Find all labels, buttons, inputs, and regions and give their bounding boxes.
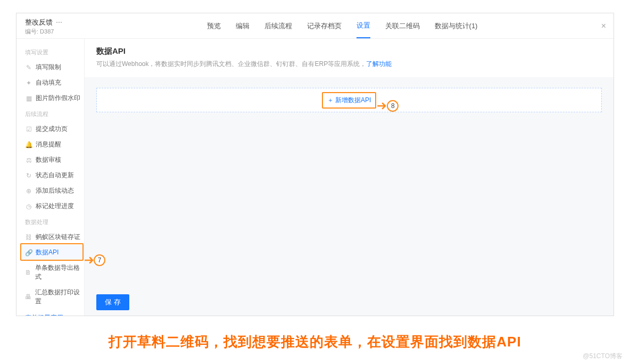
add-api-dropzone[interactable]: ＋ 新增数据API (96, 88, 602, 112)
more-icon[interactable]: ⋯ (56, 19, 62, 26)
sidebar-item-icon: ⛓ (25, 234, 32, 241)
sidebar-item[interactable]: ▦图片防作假水印 (22, 90, 84, 106)
sidebar-item-label: 标记处理进度 (36, 202, 74, 211)
page-subtitle: 编号: D387 (25, 28, 62, 36)
tab-bar: 预览编辑后续流程记录存档页设置关联二维码数据与统计(1) (71, 13, 614, 38)
tab-5[interactable]: 关联二维码 (385, 13, 420, 38)
tab-1[interactable]: 编辑 (236, 13, 250, 38)
save-button[interactable]: 保 存 (96, 294, 129, 310)
sidebar-group-label: 后续流程 (22, 106, 84, 121)
add-api-button[interactable]: ＋ 新增数据API (327, 96, 371, 105)
callout-7-number: 7 (94, 254, 105, 266)
learn-more-link[interactable]: 了解功能 (366, 60, 392, 68)
sidebar-item[interactable]: ⛓蚂蚁区块链存证 (22, 229, 84, 245)
sidebar-item-label: 消息提醒 (36, 140, 61, 149)
tab-2[interactable]: 后续流程 (264, 13, 292, 38)
section-desc: 可以通过Webhook，将数据实时同步到腾讯文档、企业微信群、钉钉群、自有ERP… (96, 60, 602, 69)
sidebar-item[interactable]: ⚖数据审核 (22, 152, 84, 168)
sidebar-item-icon: ▦ (25, 95, 32, 102)
sidebar-item-icon: ✦ (25, 79, 32, 87)
sidebar-item-icon: ✎ (25, 64, 32, 71)
sidebar-item[interactable]: 🔔消息提醒 (22, 137, 84, 152)
sidebar-group-label: 数据处理 (22, 214, 84, 229)
sidebar-item-icon: 🗎 (25, 269, 32, 276)
sidebar-item-icon: ↻ (25, 172, 32, 179)
sidebar-item-label: 图片防作假水印 (36, 94, 80, 103)
sidebar-item-icon: ◷ (25, 203, 32, 210)
sidebar-item-icon: 🔔 (25, 141, 32, 148)
tab-6[interactable]: 数据与统计(1) (435, 13, 478, 38)
sidebar-item-label: 状态自动更新 (36, 171, 74, 180)
sidebar-item-label: 汇总数据打印设置 (35, 288, 81, 306)
sidebar-item[interactable]: 🔗数据API (22, 245, 84, 260)
sidebar-group-label: 填写设置 (22, 44, 84, 60)
tab-0[interactable]: 预览 (207, 13, 221, 38)
instruction-text: 打开草料二维码，找到想要推送的表单，在设置界面找到数据API (0, 333, 630, 351)
sidebar-item[interactable]: ☑提交成功页 (22, 121, 84, 137)
sidebar-item-label: 提交成功页 (36, 125, 68, 134)
sidebar-footer-link[interactable]: 表单场景应用 (22, 309, 84, 316)
close-icon[interactable]: × (601, 21, 606, 31)
sidebar-item[interactable]: 🖶汇总数据打印设置 (22, 285, 84, 309)
sidebar-item-label: 蚂蚁区块链存证 (36, 233, 80, 242)
sidebar-item[interactable]: ⊕添加后续动态 (22, 183, 84, 198)
sidebar-item[interactable]: ✎填写限制 (22, 60, 84, 75)
sidebar-item-icon: ☑ (25, 126, 32, 133)
tab-4[interactable]: 设置 (357, 13, 370, 38)
sidebar-item[interactable]: ↻状态自动更新 (22, 168, 84, 183)
sidebar-item-label: 数据审核 (36, 155, 61, 164)
sidebar-item-icon: ⚖ (25, 156, 32, 164)
page-title: 整改反馈 (25, 18, 53, 27)
sidebar-item[interactable]: 🗎单条数据导出格式 (22, 260, 84, 285)
section-title: 数据API (96, 46, 602, 56)
tab-3[interactable]: 记录存档页 (307, 13, 342, 38)
sidebar-item-label: 单条数据导出格式 (35, 263, 81, 282)
callout-8-arrow-icon (377, 102, 388, 110)
sidebar-item-label: 添加后续动态 (36, 186, 74, 195)
sidebar-item[interactable]: ◷标记处理进度 (22, 198, 84, 214)
sidebar-item-icon: 🔗 (25, 249, 32, 257)
topbar: 整改反馈 ⋯ 编号: D387 预览编辑后续流程记录存档页设置关联二维码数据与统… (16, 13, 614, 39)
main-panel: 数据API 可以通过Webhook，将数据实时同步到腾讯文档、企业微信群、钉钉群… (85, 39, 614, 316)
sidebar-item-icon: ⊕ (25, 187, 32, 195)
watermark-text: @51CTO博客 (583, 352, 623, 361)
settings-sidebar: 填写设置✎填写限制✦自动填充▦图片防作假水印后续流程☑提交成功页🔔消息提醒⚖数据… (16, 39, 85, 316)
sidebar-item-label: 填写限制 (36, 63, 61, 72)
sidebar-item-label: 数据API (36, 248, 59, 257)
sidebar-item-icon: 🖶 (25, 293, 32, 301)
sidebar-item[interactable]: ✦自动填充 (22, 75, 84, 90)
sidebar-item-label: 自动填充 (36, 78, 61, 87)
